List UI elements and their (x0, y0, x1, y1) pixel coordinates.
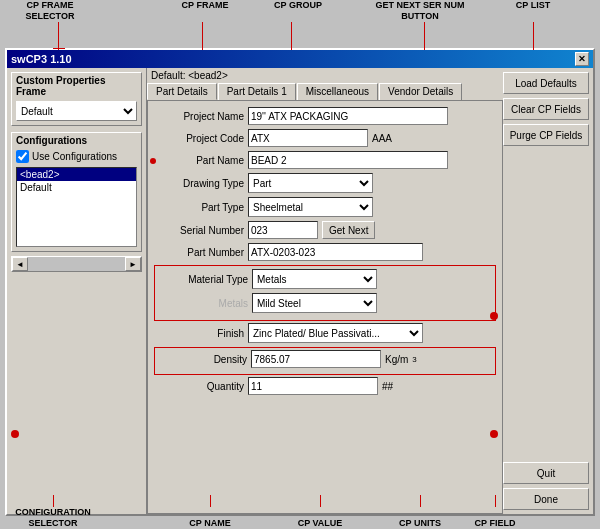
scroll-left-btn[interactable]: ◄ (12, 257, 28, 271)
density-label: Density (157, 354, 247, 365)
part-name-label: Part Name (154, 155, 244, 166)
part-type-select[interactable]: Sheelmetal (248, 197, 373, 217)
tab-vendor-details[interactable]: Vendor Details (379, 83, 462, 100)
material-sub-row: Metals Mild Steel (158, 293, 492, 313)
arrow-line-cp-group (291, 22, 292, 50)
material-type-row: Material Type Metals (158, 269, 492, 289)
finish-select[interactable]: Zinc Plated/ Blue Passivati... (248, 323, 423, 343)
annotation-cp-units: CP UNITS (385, 518, 455, 529)
annotation-cp-group: CP GROUP (268, 0, 328, 11)
project-code-extra: AAA (372, 133, 392, 144)
done-button[interactable]: Done (503, 488, 589, 510)
density-units: Kg/m (385, 354, 408, 365)
drawing-type-select[interactable]: Part (248, 173, 373, 193)
project-name-label: Project Name (154, 111, 244, 122)
density-input[interactable] (251, 350, 381, 368)
part-type-row: Part Type Sheelmetal (154, 197, 496, 217)
config-item-default[interactable]: Default (17, 181, 136, 194)
part-type-label: Part Type (154, 202, 244, 213)
cp-frame-default-label: Default: <bead2> (147, 68, 503, 83)
cp-frame-group-title: Custom Properties Frame (16, 75, 137, 97)
tab-miscellaneous[interactable]: Miscellaneous (297, 83, 378, 100)
tab-part-details[interactable]: Part Details (147, 83, 217, 100)
project-name-row: Project Name (154, 107, 496, 125)
tab-content: Project Name Project Code AAA Part Name (147, 100, 503, 514)
arrow-line-cp-frame-selector (58, 22, 59, 50)
project-name-input[interactable] (248, 107, 448, 125)
annotation-get-next-ser-num: GET NEXT SER NUM BUTTON (375, 0, 465, 22)
load-defaults-button[interactable]: Load Defaults (503, 72, 589, 94)
project-code-label: Project Code (154, 133, 244, 144)
serial-number-input[interactable] (248, 221, 318, 239)
serial-number-row: Serial Number Get Next (154, 221, 496, 239)
use-config-label: Use Configurations (32, 151, 117, 162)
quantity-input[interactable] (248, 377, 378, 395)
finish-row: Finish Zinc Plated/ Blue Passivati... (154, 323, 496, 343)
arrow-line-cp-list (533, 22, 534, 50)
scroll-right-btn[interactable]: ► (125, 257, 141, 271)
annotation-cp-field: CP FIELD (460, 518, 530, 529)
tabs-bar: Part Details Part Details 1 Miscellaneou… (147, 83, 503, 100)
part-name-input[interactable] (248, 151, 448, 169)
project-code-input[interactable] (248, 129, 368, 147)
left-panel: Custom Properties Frame Default Configur… (7, 68, 147, 514)
title-bar: swCP3 1.10 ✕ (7, 50, 593, 68)
material-sub-placeholder: Metals (158, 298, 248, 309)
right-main: Default: <bead2> Part Details Part Detai… (147, 68, 593, 514)
main-window: swCP3 1.10 ✕ Custom Properties Frame Def… (5, 48, 595, 516)
annotation-cp-name: CP NAME (175, 518, 245, 529)
drawing-type-label: Drawing Type (154, 178, 244, 189)
quit-button[interactable]: Quit (503, 462, 589, 484)
config-item-bead2[interactable]: <bead2> (17, 168, 136, 181)
quantity-row: Quantity ## (154, 377, 496, 395)
density-row: Density Kg/m3 (157, 350, 493, 368)
part-number-label: Part Number (154, 247, 244, 258)
window-title: swCP3 1.10 (11, 53, 72, 65)
cp-frame-group: Custom Properties Frame Default (11, 72, 142, 126)
config-group-title: Configurations (16, 135, 137, 146)
config-group: Configurations Use Configurations <bead2… (11, 132, 142, 252)
clear-cp-fields-button[interactable]: Clear CP Fields (503, 98, 589, 120)
serial-number-label: Serial Number (154, 225, 244, 236)
arrow-line-get-next (424, 22, 425, 50)
get-next-button[interactable]: Get Next (322, 221, 375, 239)
quantity-label: Quantity (154, 381, 244, 392)
project-code-row: Project Code AAA (154, 129, 496, 147)
finish-label: Finish (154, 328, 244, 339)
part-name-row: Part Name (154, 151, 496, 169)
scroll-track[interactable] (28, 257, 125, 271)
annotation-cp-list: CP LIST (508, 0, 558, 11)
annotation-cp-frame-selector: CP FRAMESELECTOR (0, 0, 100, 22)
purge-cp-fields-button[interactable]: Purge CP Fields (503, 124, 589, 146)
drawing-type-row: Drawing Type Part (154, 173, 496, 193)
right-content: Default: <bead2> Part Details Part Detai… (147, 68, 503, 514)
left-scroll: ◄ ► (11, 256, 142, 272)
cp-frame-selector[interactable]: Default (16, 101, 137, 121)
part-number-row: Part Number (154, 243, 496, 261)
annotation-cp-value: CP VALUE (285, 518, 355, 529)
material-highlight-box: Material Type Metals Metals Mild Steel (154, 265, 496, 321)
material-type-label: Material Type (158, 274, 248, 285)
quantity-units: ## (382, 381, 393, 392)
material-sub-select[interactable]: Mild Steel (252, 293, 377, 313)
arrow-line-cp-frame (202, 22, 203, 50)
annotation-cp-frame: CP FRAME (175, 0, 235, 11)
right-buttons: Load Defaults Clear CP Fields Purge CP F… (503, 68, 593, 514)
material-type-select[interactable]: Metals (252, 269, 377, 289)
density-highlight-box: Density Kg/m3 (154, 347, 496, 375)
density-units-sup: 3 (412, 355, 416, 364)
tab-part-details-1[interactable]: Part Details 1 (218, 83, 296, 100)
part-number-input[interactable] (248, 243, 423, 261)
use-config-checkbox[interactable] (16, 150, 29, 163)
close-button[interactable]: ✕ (575, 52, 589, 66)
use-config-row: Use Configurations (16, 150, 137, 163)
config-list[interactable]: <bead2> Default (16, 167, 137, 247)
